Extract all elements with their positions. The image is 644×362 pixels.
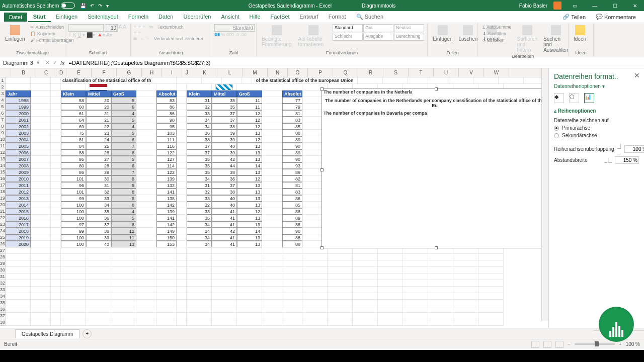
cell[interactable] [282,254,302,260]
cell[interactable] [177,208,187,215]
cell[interactable]: 6 [111,104,136,110]
cell[interactable] [262,221,282,228]
cell[interactable]: 34 [187,221,212,228]
cell[interactable] [378,306,403,313]
spreadsheet-grid[interactable]: BCDEFGHIJKLMNOPQRSTUVW 12345678910111213… [0,68,548,328]
cell[interactable]: 88 [282,241,302,247]
cell[interactable]: 141 [156,189,177,195]
cell[interactable]: 139 [156,175,177,182]
cell[interactable]: 86 [282,195,302,202]
col-header[interactable]: U [434,68,459,77]
cell[interactable] [51,306,61,313]
row-header[interactable]: 15 [0,169,6,175]
tab-ansicht[interactable]: Ansicht [216,12,244,22]
cell[interactable] [262,143,282,149]
cell[interactable]: 60 [61,104,86,110]
cell[interactable]: 25 [86,143,111,149]
cell[interactable]: 2007 [6,156,31,162]
zoom-level[interactable]: 100 % [626,341,640,347]
cell[interactable]: 93 [282,162,302,169]
cell[interactable] [156,300,177,306]
cell[interactable] [222,77,242,84]
cell[interactable]: 31 [86,182,111,189]
cell[interactable]: 29 [86,169,111,175]
tab-file[interactable]: Datei [4,13,27,22]
cell[interactable] [31,267,51,274]
cell[interactable]: 79 [282,104,302,110]
save-icon[interactable]: 💾 [80,3,86,9]
cell[interactable]: 30 [86,175,111,182]
fill-button[interactable]: ⬇ Ausfüllen [481,31,513,37]
cell[interactable] [31,202,51,208]
cell[interactable] [262,97,282,104]
cell[interactable]: 88 [282,130,302,136]
cell[interactable] [136,136,156,143]
cell[interactable] [262,156,282,162]
cell[interactable] [453,280,478,287]
cell[interactable]: 34 [187,175,212,182]
cell[interactable] [31,97,51,104]
cell[interactable]: 13 [237,221,262,228]
cell[interactable] [282,260,302,267]
cell[interactable] [328,319,353,326]
cell[interactable]: 32 [187,189,212,195]
cell[interactable]: 4 [111,110,136,117]
cell[interactable] [136,97,156,104]
cell[interactable] [136,123,156,130]
cell[interactable] [31,104,51,110]
cell[interactable] [31,247,51,254]
cell[interactable] [428,313,453,319]
row-header[interactable]: 7 [0,117,6,123]
cell[interactable]: 2016 [6,215,31,221]
cell[interactable]: 84 [61,143,86,149]
cell[interactable] [237,293,262,300]
cell[interactable] [61,287,86,293]
cell[interactable]: 100 [61,208,86,215]
row-header[interactable]: 14 [0,162,6,169]
cell[interactable] [6,319,31,326]
row-header[interactable]: 27 [0,247,6,254]
cell[interactable] [156,267,177,274]
cell[interactable] [31,254,51,260]
cell[interactable]: 2018 [6,228,31,234]
row-header[interactable]: 25 [0,234,6,241]
cell[interactable]: 34 [187,228,212,234]
cell[interactable] [31,221,51,228]
tab-factset[interactable]: FactSet [266,12,295,22]
cell[interactable] [453,260,478,267]
cell[interactable] [328,313,353,319]
cell[interactable] [31,260,51,267]
cell[interactable]: 101 [61,175,86,182]
cell[interactable] [156,293,177,300]
cell[interactable]: 12 [237,175,262,182]
cell[interactable]: 39 [212,130,237,136]
cell[interactable] [453,313,478,319]
cell[interactable] [31,274,51,280]
cell[interactable] [262,241,282,247]
cell[interactable]: 127 [156,156,177,162]
cell[interactable] [51,202,61,208]
cell[interactable]: 4 [111,208,136,215]
cell[interactable] [156,313,177,319]
cell[interactable] [212,280,237,287]
cell[interactable] [262,162,282,169]
cell[interactable] [51,274,61,280]
cell[interactable]: 99 [61,228,86,234]
cell[interactable]: 27 [86,156,111,162]
cell[interactable]: 13 [237,195,262,202]
cell[interactable]: 7 [111,169,136,175]
tab-einfügen[interactable]: Einfügen [51,12,83,22]
cell[interactable] [353,300,378,306]
cell[interactable] [156,306,177,313]
cell[interactable]: 122 [156,169,177,175]
cell[interactable] [237,260,262,267]
row-header[interactable]: 21 [0,208,6,215]
cell[interactable] [51,260,61,267]
cell[interactable] [302,313,328,319]
cell[interactable]: 5 [111,130,136,136]
cell[interactable]: 142 [156,202,177,208]
cell[interactable] [302,287,328,293]
cell[interactable] [111,313,136,319]
cell[interactable] [353,287,378,293]
cell[interactable] [51,149,61,156]
